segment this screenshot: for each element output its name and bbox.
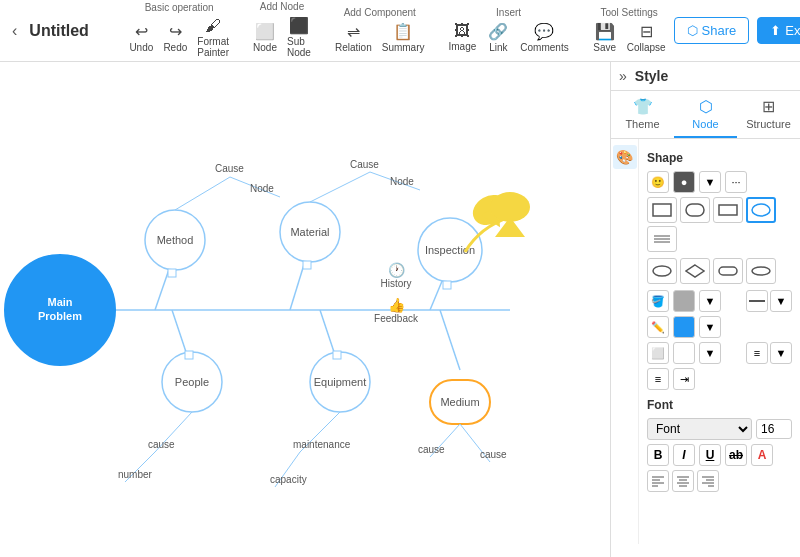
stroke-color-swatch[interactable] [673,316,695,338]
rect2-shape[interactable] [713,197,743,223]
font-color-button[interactable]: A [751,444,773,466]
bold-button[interactable]: B [647,444,669,466]
line-style-button[interactable]: ≡ [746,342,768,364]
collapse-button[interactable]: ⊟ Collapse [623,20,670,55]
color-properties: 🪣 ▼ ▼ ✏️ ▼ [647,290,792,390]
back-button[interactable]: ‹ [8,18,21,44]
summary-label: Summary [382,42,425,53]
save-button[interactable]: 💾 Save [589,20,621,55]
relation-button[interactable]: ⇌ Relation [331,20,376,55]
svg-rect-52 [686,204,704,216]
align-right-button[interactable] [697,470,719,492]
border-dropdown[interactable]: ▼ [770,290,792,312]
svg-text:Cause: Cause [350,159,379,170]
summary-icon: 📋 [393,22,413,41]
line-controls: ≡ ▼ [746,342,792,364]
tab-structure[interactable]: ⊞ Structure [737,91,800,138]
svg-line-40 [440,310,460,370]
fill-prop-button[interactable]: 🪣 [647,290,669,312]
history-button[interactable]: 🕐 History [374,262,418,289]
wide-oval-shape[interactable] [746,258,776,284]
bg-prop-button[interactable]: ⬜ [647,342,669,364]
indent-button[interactable]: ⇥ [673,368,695,390]
font-select[interactable]: Font [647,418,752,440]
strikethrough-button[interactable]: ab [725,444,747,466]
link-button[interactable]: 🔗 Link [482,20,514,55]
arrow-btn[interactable]: ▼ [699,171,721,193]
svg-text:cause: cause [418,444,445,455]
comments-button[interactable]: 💬 Comments [516,20,572,55]
format-painter-button[interactable]: 🖌 Format Painter [193,15,233,60]
tab-theme-label: Theme [625,118,659,130]
relation-label: Relation [335,42,372,53]
node-button[interactable]: ⬜ Node [249,20,281,55]
history-label: History [380,278,411,289]
rounded-rect2-shape[interactable] [713,258,743,284]
theme-icon: 👕 [633,97,653,116]
circle-shape[interactable] [746,197,776,223]
align-button[interactable]: ≡ [647,368,669,390]
export-button[interactable]: ⬆ Export [757,17,800,44]
redo-icon: ↪ [169,22,182,41]
share-button[interactable]: ⬡ Share [674,17,750,44]
font-size-input[interactable] [756,419,792,439]
style-mini-tab[interactable]: 🎨 [613,145,637,169]
diamond-shape[interactable] [680,258,710,284]
line-dropdown[interactable]: ▼ [770,342,792,364]
fill-color-button[interactable]: 🙂 [647,171,669,193]
tab-node-label: Node [692,118,718,130]
toolbar: ‹ Untitled Basic operation ↩ Undo ↪ Redo… [0,0,800,62]
panel-body: 🎨 Shape 🙂 ● ▼ ··· [611,139,800,544]
image-icon: 🖼 [454,22,470,40]
svg-text:Cause: Cause [215,163,244,174]
feedback-button[interactable]: 👍 Feedback [374,297,418,324]
fill-dot-button[interactable]: ● [673,171,695,193]
fill-dropdown[interactable]: ▼ [699,290,721,312]
border-style-button[interactable] [746,290,768,312]
undo-label: Undo [129,42,153,53]
underline-button[interactable]: U [699,444,721,466]
export-icon: ⬆ [770,23,781,38]
align-center-button[interactable] [672,470,694,492]
svg-line-15 [310,172,370,202]
lines-shape[interactable] [647,226,677,252]
redo-label: Redo [163,42,187,53]
style-tabs: 👕 Theme ⬡ Node ⊞ Structure [611,91,800,139]
svg-rect-27 [185,351,193,359]
bg-dropdown[interactable]: ▼ [699,342,721,364]
rect-shape[interactable] [647,197,677,223]
share-icon: ⬡ [687,23,698,38]
canvas[interactable]: Main Problem Method Cause Node Material … [0,62,610,557]
undo-button[interactable]: ↩ Undo [125,20,157,55]
redo-button[interactable]: ↪ Redo [159,20,191,55]
bg-prop-row: ⬜ ▼ ≡ ▼ [647,342,792,364]
summary-button[interactable]: 📋 Summary [378,20,429,55]
link-icon: 🔗 [488,22,508,41]
oval-shape[interactable] [647,258,677,284]
tool-settings-group: Tool Settings 💾 Save ⊟ Collapse [589,7,670,55]
panel-collapse-button[interactable]: » [619,68,627,84]
stroke-prop-button[interactable]: ✏️ [647,316,669,338]
fill-color-swatch[interactable] [673,290,695,312]
structure-icon: ⊞ [762,97,775,116]
rounded-rect-shape[interactable] [680,197,710,223]
feedback-label: Feedback [374,313,418,324]
feedback-icon: 👍 [388,297,405,313]
tab-structure-label: Structure [746,118,791,130]
share-label: Share [702,23,737,38]
tool-settings-label: Tool Settings [601,7,658,18]
stroke-dropdown[interactable]: ▼ [699,316,721,338]
italic-button[interactable]: I [673,444,695,466]
sub-node-button[interactable]: ⬛ Sub Node [283,14,315,60]
tab-node[interactable]: ⬡ Node [674,91,737,138]
image-button[interactable]: 🖼 Image [445,20,481,54]
more-btn[interactable]: ··· [725,171,747,193]
svg-rect-11 [168,269,176,277]
tab-theme[interactable]: 👕 Theme [611,91,674,138]
svg-text:Node: Node [250,183,274,194]
undo-icon: ↩ [135,22,148,41]
text-align-row [647,470,792,492]
svg-text:Problem: Problem [38,310,82,322]
align-left-button[interactable] [647,470,669,492]
bg-color-swatch[interactable] [673,342,695,364]
